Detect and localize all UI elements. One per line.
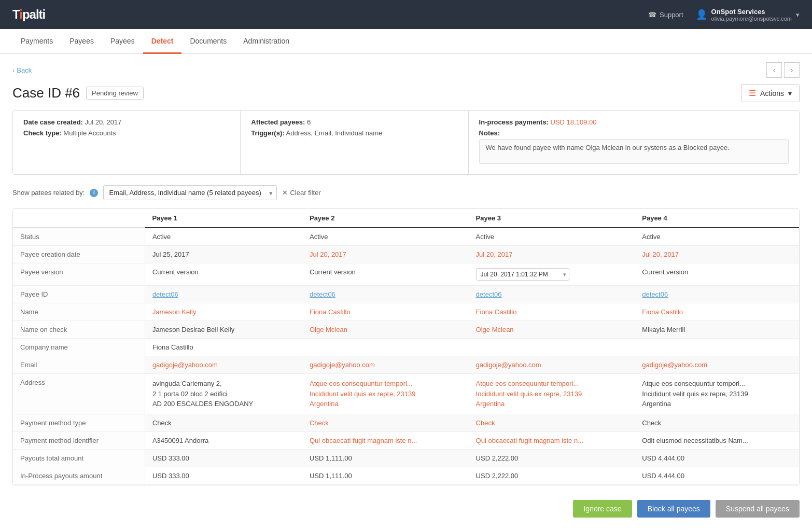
- block-all-payees-button[interactable]: Block all payees: [637, 500, 710, 518]
- prev-case-button[interactable]: ‹: [766, 62, 782, 78]
- row-label-status: Status: [13, 228, 145, 246]
- row-label-company-name: Company name: [13, 339, 145, 356]
- cell-p1-inprocess-payouts: USD 333.00: [145, 467, 302, 484]
- cell-p4-name-on-check: Mikayla Merrill: [635, 321, 799, 339]
- clear-filter-button[interactable]: ✕ Clear filter: [282, 189, 320, 197]
- table-row: Payment method type Check Check Check Ch…: [13, 414, 799, 431]
- cell-p2-inprocess-payouts: USD 1,111.00: [302, 467, 469, 484]
- cell-p3-name: Fiona Castillo: [469, 303, 635, 321]
- title-and-status: Case ID #6 Pending review: [12, 85, 144, 101]
- chevron-left-icon: ‹: [12, 66, 15, 74]
- nav-documents[interactable]: Documents: [181, 30, 235, 54]
- col-header-payee4: Payee 4: [635, 209, 799, 228]
- table-row: Name on check Jameson Desirae Bell Kelly…: [13, 321, 799, 339]
- cell-p2-payment-method: Check: [302, 414, 469, 431]
- cell-p2-payouts-total: USD 1,111.00: [302, 449, 469, 467]
- cell-p2-address: Atque eos consequuntur tempori... Incidi…: [302, 374, 469, 414]
- case-info-box: Date case created: Jul 20, 2017 Check ty…: [12, 110, 800, 175]
- cell-p1-payee-id: detect06: [145, 286, 302, 303]
- row-label-payee-id: Payee ID: [13, 286, 145, 303]
- cell-p3-email: gadigoje@yahoo.com: [469, 356, 635, 374]
- support-link[interactable]: ☎ Support: [648, 11, 683, 19]
- case-info-right: In-process payments: USD 18,109.00 Notes…: [469, 111, 799, 174]
- cell-p1-payee-version: Current version: [145, 263, 302, 286]
- cell-p4-payee-version: Current version: [635, 263, 799, 286]
- case-info-middle: Affected payees: 6 Trigger(s): Address, …: [241, 111, 468, 174]
- row-label-email: Email: [13, 356, 145, 374]
- actions-chevron-icon: ▾: [788, 89, 792, 97]
- table-row: Email gadigoje@yahoo.com gadigoje@yahoo.…: [13, 356, 799, 374]
- cell-p3-payment-method: Check: [469, 414, 635, 431]
- cell-p3-status: Active: [469, 228, 635, 246]
- payee-table: Payee 1 Payee 2 Payee 3 Payee 4 Status A…: [13, 209, 799, 485]
- filter-select-wrap: Email, Address, Individual name (5 relat…: [103, 185, 277, 200]
- filter-row: Show patees related by: i Email, Address…: [12, 185, 800, 200]
- cell-p2-status: Active: [302, 228, 469, 246]
- version-select-p3[interactable]: Jul 20, 2017 1:01:32 PM: [476, 268, 569, 281]
- table-row: Address avinguda Carlemany 2, 2 1 porta …: [13, 374, 799, 414]
- suspend-all-payees-button[interactable]: Suspend all payees: [716, 500, 800, 518]
- cell-p4-company-name: [635, 339, 799, 356]
- page-title-row: Case ID #6 Pending review ☰ Actions ▾: [12, 84, 800, 102]
- nav-payments[interactable]: Payments: [12, 30, 61, 54]
- cell-p3-name-on-check: Olge Mclean: [469, 321, 635, 339]
- nav-administration[interactable]: Administration: [235, 30, 298, 54]
- cell-p4-payment-identifier: Odit eiusmod necessitatibus Nam...: [635, 431, 799, 449]
- table-row: Payment method identifier A3450091 Andor…: [13, 431, 799, 449]
- info-icon[interactable]: i: [90, 189, 98, 197]
- cell-p1-payment-identifier: A3450091 Andorra: [145, 431, 302, 449]
- case-info-left: Date case created: Jul 20, 2017 Check ty…: [13, 111, 241, 174]
- nav-bar: Payments Payees Payees Detect Documents …: [0, 29, 812, 54]
- filter-label: Show patees related by:: [12, 189, 85, 197]
- user-menu[interactable]: 👤 OnSpot Services olivia.paymore@onspots…: [696, 8, 800, 22]
- ignore-case-button[interactable]: Ignore case: [573, 500, 632, 518]
- status-badge: Pending review: [86, 87, 144, 100]
- cell-p4-email: gadigoje@yahoo.com: [635, 356, 799, 374]
- cell-p4-payouts-total: USD 4,444.00: [635, 449, 799, 467]
- times-icon: ✕: [282, 189, 288, 197]
- cell-p4-payment-method: Check: [635, 414, 799, 431]
- nav-payees-1[interactable]: Payees: [61, 30, 102, 54]
- cell-p3-address: Atque eos consequuntur tempori... Incidi…: [469, 374, 635, 414]
- cell-p4-inprocess-payouts: USD 4,444.00: [635, 467, 799, 484]
- back-button[interactable]: ‹ Back: [12, 66, 32, 74]
- actions-button[interactable]: ☰ Actions ▾: [741, 84, 800, 102]
- table-row: Payee creation date Jul 25, 2017 Jul 20,…: [13, 246, 799, 263]
- row-label-inprocess-payouts: In-Process payouts amount: [13, 467, 145, 484]
- col-header-payee3: Payee 3: [469, 209, 635, 228]
- cell-p1-payouts-total: USD 333.00: [145, 449, 302, 467]
- row-label-payee-version: Payee version: [13, 263, 145, 286]
- nav-arrows: ‹ ›: [766, 62, 800, 78]
- table-row: Status Active Active Active Active: [13, 228, 799, 246]
- logo: Tipalti: [12, 7, 45, 22]
- header-right: ☎ Support 👤 OnSpot Services olivia.paymo…: [648, 8, 800, 22]
- col-header-payee1: Payee 1: [145, 209, 302, 228]
- cell-p3-creation-date: Jul 20, 2017: [469, 246, 635, 263]
- cell-p2-name: Fiona Castillo: [302, 303, 469, 321]
- chevron-down-icon: ▾: [796, 11, 800, 19]
- nav-payees-2[interactable]: Payees: [102, 30, 143, 54]
- cell-p4-creation-date: Jul 20, 2017: [635, 246, 799, 263]
- cell-p1-email: gadigoje@yahoo.com: [145, 356, 302, 374]
- payee-table-wrap: Payee 1 Payee 2 Payee 3 Payee 4 Status A…: [12, 208, 800, 485]
- next-case-button[interactable]: ›: [784, 62, 800, 78]
- cell-p2-payee-version: Current version: [302, 263, 469, 286]
- support-icon: ☎: [648, 11, 656, 19]
- breadcrumb-row: ‹ Back ‹ ›: [12, 62, 800, 78]
- cell-p4-name: Fiona Castillo: [635, 303, 799, 321]
- nav-detect[interactable]: Detect: [143, 30, 182, 54]
- cell-p1-payment-method: Check: [145, 414, 302, 431]
- cell-p2-creation-date: Jul 20, 2017: [302, 246, 469, 263]
- cell-p4-payee-id: detect06: [635, 286, 799, 303]
- table-row: Payouts total amount USD 333.00 USD 1,11…: [13, 449, 799, 467]
- top-header: Tipalti ☎ Support 👤 OnSpot Services oliv…: [0, 0, 812, 29]
- filter-select[interactable]: Email, Address, Individual name (5 relat…: [103, 185, 277, 200]
- cell-p1-address: avinguda Carlemany 2, 2 1 porta 02 bloc …: [145, 374, 302, 414]
- cell-p2-payment-identifier: Qui obcaecati fugit magnam iste n...: [302, 431, 469, 449]
- table-row: Company name Fiona Castillo: [13, 339, 799, 356]
- footer-actions: Ignore case Block all payees Suspend all…: [12, 494, 800, 520]
- user-icon: 👤: [696, 9, 707, 20]
- row-label-payouts-total: Payouts total amount: [13, 449, 145, 467]
- content-wrap: ‹ Back ‹ › Case ID #6 Pending review ☰ A…: [0, 54, 812, 530]
- hamburger-icon: ☰: [749, 88, 756, 98]
